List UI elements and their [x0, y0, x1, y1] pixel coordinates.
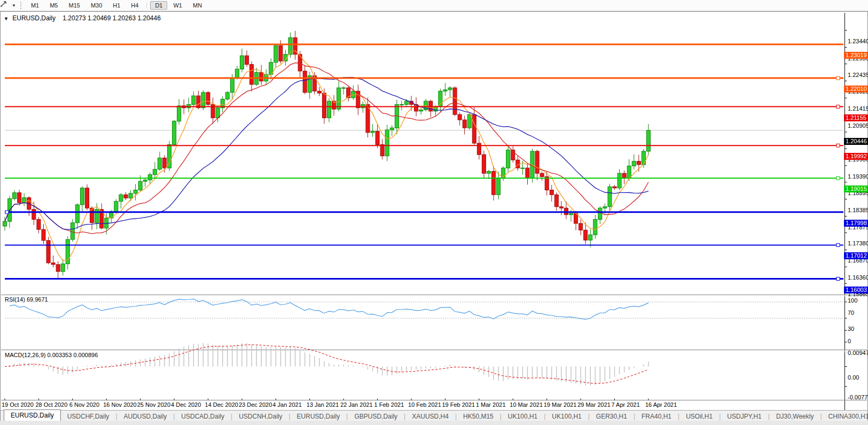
toolbar-grip[interactable]	[20, 2, 21, 9]
date-axis-label: 10 Feb 2021	[408, 401, 441, 408]
timeframe-button-m1[interactable]: M1	[26, 1, 44, 10]
chart-tab-uk100-h1[interactable]: UK100,H1	[545, 411, 588, 422]
rsi-axis-tick: 100	[848, 297, 857, 304]
price-level-tag: 1.22010	[844, 86, 868, 92]
price-axis-tick: 1.17380	[848, 240, 868, 246]
date-axis-label: 14 Dec 2020	[205, 401, 238, 408]
chart-tab-hk50-m15[interactable]: HK50,M15	[457, 411, 500, 422]
chart-tab-usdcad-daily[interactable]: USDCAD,Daily	[175, 411, 231, 422]
date-axis-label: 7 Apr 2021	[612, 401, 640, 408]
price-axis-tick: 1.16360	[848, 274, 868, 281]
metatrader-window: ▼ M1M5M15M30H1H4D1W1MN ▼ EURUSD,Daily 1.…	[0, 0, 868, 425]
macd-axis-tick: 0.00	[848, 374, 859, 381]
chart-canvas[interactable]	[1, 12, 867, 421]
price-axis-tick: 1.23440	[848, 38, 868, 44]
chart-tab-fra40-h1[interactable]: FRA40,H1	[635, 411, 678, 422]
chart-tab-gbpusd-daily[interactable]: GBPUSD,Daily	[348, 411, 404, 422]
timeframe-button-h1[interactable]: H1	[108, 1, 125, 10]
price-axis-tick: 1.18385	[848, 207, 868, 213]
chart-tab-usoil-h1[interactable]: USOil,H1	[679, 411, 719, 422]
price-level-tag: 1.17998	[844, 220, 868, 227]
timeframe-button-m30[interactable]: M30	[86, 1, 107, 10]
macd-axis-tick: -0.007778	[848, 394, 868, 400]
date-axis-label: 1 Mar 2021	[476, 401, 506, 408]
date-axis-label: 10 Mar 2021	[510, 401, 543, 408]
chart-tab-xauusd-h4[interactable]: XAUUSD,H4	[405, 411, 455, 422]
date-axis-label: 16 Apr 2021	[645, 401, 677, 408]
chart-tab-usdchf-daily[interactable]: USDCHF,Daily	[61, 411, 116, 422]
crosshair-cursor-icon[interactable]	[1, 1, 12, 10]
chart-tab-ger30-h1[interactable]: GER30,H1	[590, 411, 634, 422]
rsi-axis-tick: 0	[848, 338, 851, 344]
timeframe-button-m15[interactable]: M15	[64, 1, 84, 10]
chart-tab-usdcnh-daily[interactable]: USDCNH,Daily	[232, 411, 288, 422]
price-level-tag: 1.23019	[844, 52, 868, 59]
price-level-tag: 1.19992	[844, 153, 868, 160]
price-axis-tick: 1.20905	[848, 122, 868, 129]
date-axis-label: 23 Dec 2020	[239, 401, 272, 408]
timeframe-button-m5[interactable]: M5	[45, 1, 62, 10]
date-axis-label: 19 Feb 2021	[442, 401, 475, 408]
date-axis-label: 1 Feb 2021	[374, 401, 404, 408]
macd-label: MACD(12,26,9) 0.003353 0.000896	[5, 352, 98, 358]
chart-tab-eurusd-daily[interactable]: EURUSD,Daily	[291, 411, 347, 422]
date-axis-label: 16 Nov 2020	[103, 401, 136, 408]
timeframe-button-h4[interactable]: H4	[126, 1, 143, 10]
date-axis-label: 22 Jan 2021	[340, 401, 373, 408]
date-axis-label: 4 Jan 2021	[272, 401, 301, 408]
price-level-tag: 1.19015	[844, 186, 868, 192]
rsi-axis-tick: 70	[848, 310, 854, 316]
chevron-down-icon[interactable]: ▼	[12, 3, 16, 8]
date-axis-label: 19 Oct 2020	[2, 401, 34, 408]
chart-tab-audusd-daily[interactable]: AUDUSD,Daily	[118, 411, 174, 422]
chart-tab-bar: EURUSD,DailyUSDCHF,Daily|AUDUSD,Daily|US…	[1, 410, 867, 422]
chart-tab-uk100-h1[interactable]: UK100,H1	[502, 411, 544, 422]
chart-title: ▼ EURUSD,Daily 1.20273 1.20469 1.20263 1…	[4, 14, 161, 22]
chart-tab-china300-h1[interactable]: CHINA300,H1	[822, 411, 868, 422]
current-price-tag: 1.20446	[844, 138, 868, 145]
date-axis-label: 6 Nov 2020	[69, 401, 99, 408]
price-level-tag: 1.16003	[844, 287, 868, 293]
date-axis-label: 29 Mar 2021	[577, 401, 611, 408]
chart-window[interactable]: ▼ EURUSD,Daily 1.20273 1.20469 1.20263 1…	[0, 11, 868, 421]
date-axis-label: 4 Dec 2020	[171, 401, 201, 408]
timeframe-toolbar: ▼ M1M5M15M30H1H4D1W1MN	[0, 0, 868, 11]
price-axis-tick: 1.21415	[848, 105, 868, 112]
chart-tab-usdjpy-h1[interactable]: USDJPY,H1	[721, 411, 768, 422]
timeframe-button-w1[interactable]: W1	[168, 1, 187, 10]
ohlc-quote: 1.20273 1.20469 1.20263 1.20446	[62, 14, 161, 22]
date-axis-label: 13 Jan 2021	[307, 401, 339, 408]
price-axis-tick: 1.22435	[848, 72, 868, 78]
rsi-axis-tick: 30	[848, 326, 854, 332]
rsi-label: RSI(14) 69.9671	[5, 296, 48, 303]
price-axis-tick: 1.19390	[848, 173, 868, 180]
timeframe-button-d1[interactable]: D1	[150, 1, 167, 10]
macd-axis-tick: 0.009478	[848, 350, 868, 356]
symbol-label: EURUSD,Daily	[12, 14, 56, 22]
chart-tab-dj30-weekly[interactable]: DJ30,Weekly	[770, 411, 820, 422]
toolbar-separator	[146, 2, 147, 9]
timeframe-button-mn[interactable]: MN	[188, 1, 207, 10]
date-axis-label: 25 Nov 2020	[137, 401, 170, 408]
symbol-dropdown-icon[interactable]: ▼	[4, 16, 9, 21]
chart-tab-eurusd-daily[interactable]: EURUSD,Daily	[4, 409, 61, 422]
date-axis-label: 28 Oct 2020	[35, 401, 67, 408]
date-axis-label: 19 Mar 2021	[544, 401, 577, 408]
price-level-tag: 1.21155	[844, 114, 868, 121]
status-strip	[0, 421, 868, 425]
price-level-tag: 1.17012	[844, 252, 868, 259]
